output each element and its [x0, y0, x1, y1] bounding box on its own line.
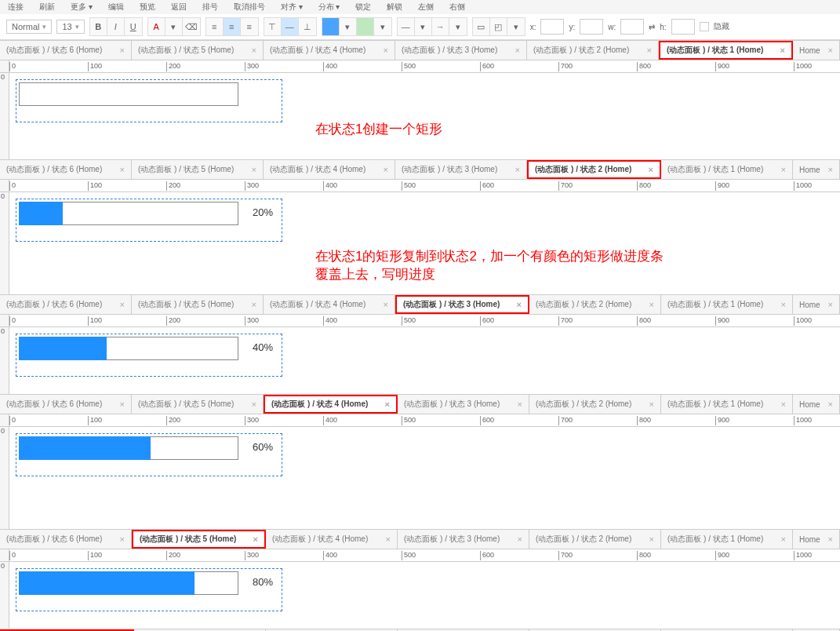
tab-state-4[interactable]: (动态面板 ) / 状态 4 (Home)× [264, 160, 395, 179]
y-input[interactable] [580, 19, 603, 35]
close-icon[interactable]: × [649, 300, 654, 309]
tab-state-4[interactable]: (动态面板 ) / 状态 4 (Home)× [266, 530, 398, 549]
close-icon[interactable]: × [515, 165, 520, 174]
close-icon[interactable]: × [120, 534, 125, 544]
tab-state-4[interactable]: (动态面板 ) / 状态 4 (Home)× [264, 395, 398, 414]
close-icon[interactable]: × [649, 534, 654, 544]
tab-home[interactable]: Home× [793, 295, 840, 314]
clear-style-button[interactable]: ⌫ [183, 18, 200, 35]
close-icon[interactable]: × [386, 534, 391, 544]
close-icon[interactable]: × [780, 46, 785, 55]
text-color-button[interactable]: A [148, 18, 165, 35]
close-icon[interactable]: × [515, 46, 520, 55]
tab-state-5[interactable]: (动态面板 ) / 状态 5 (Home)× [132, 530, 266, 549]
tab-state-2[interactable]: (动态面板 ) / 状态 2 (Home)× [527, 160, 661, 179]
tab-state-1[interactable]: (动态面板 ) / 状态 1 (Home)× [661, 160, 793, 179]
menu-item[interactable]: 预览 [140, 2, 155, 13]
tab-state-1[interactable]: (动态面板 ) / 状态 1 (Home)× [659, 41, 793, 60]
arrow-button[interactable]: → [432, 18, 449, 35]
canvas[interactable]: 在状态1创建一个矩形 [9, 73, 840, 159]
w-input[interactable] [620, 19, 644, 35]
canvas[interactable]: 20%在状态1的矩形复制到状态2，加一个有颜色的矩形做进度条覆盖上去，写明进度 [9, 192, 840, 294]
tab-state-6[interactable]: (动态面板 ) / 状态 6 (Home)× [0, 295, 132, 314]
canvas[interactable]: 60% [9, 427, 840, 529]
tab-state-3[interactable]: (动态面板 ) / 状态 3 (Home)× [398, 395, 529, 414]
style-select[interactable]: Normal [6, 20, 52, 34]
tab-state-1[interactable]: (动态面板 ) / 状态 1 (Home)× [661, 395, 793, 414]
close-icon[interactable]: × [781, 300, 786, 309]
close-icon[interactable]: × [647, 46, 652, 55]
menu-item[interactable]: 对齐 ▾ [281, 2, 303, 13]
align-center-button[interactable]: ≡ [224, 18, 241, 35]
close-icon[interactable]: × [517, 300, 522, 309]
tab-home[interactable]: Home× [793, 395, 840, 414]
close-icon[interactable]: × [518, 534, 522, 544]
close-icon[interactable]: × [120, 165, 125, 174]
tab-home[interactable]: Home× [793, 160, 840, 179]
fill-swatch-1[interactable] [322, 18, 340, 35]
close-icon[interactable]: × [828, 46, 833, 55]
close-icon[interactable]: × [384, 165, 388, 174]
tab-state-3[interactable]: (动态面板 ) / 状态 3 (Home)× [395, 295, 529, 314]
tab-state-2[interactable]: (动态面板 ) / 状态 2 (Home)× [527, 41, 659, 60]
menu-item[interactable]: 锁定 [355, 2, 371, 13]
menu-item[interactable]: 左侧 [418, 2, 434, 13]
menu-item[interactable]: 连接 [8, 2, 24, 13]
tab-state-6[interactable]: (动态面板 ) / 状态 6 (Home)× [0, 530, 132, 549]
menu-item[interactable]: 返回 [171, 2, 187, 13]
tab-state-4[interactable]: (动态面板 ) / 状态 4 (Home)× [264, 41, 395, 60]
menu-item[interactable]: 刷新 [39, 2, 55, 13]
arrow-more-button[interactable]: ▾ [449, 18, 467, 35]
menu-item[interactable]: 更多 ▾ [71, 2, 93, 13]
close-icon[interactable]: × [518, 399, 522, 409]
fill-swatch-2[interactable]: ▾ [340, 18, 357, 35]
fill-color-button[interactable]: ▾ [165, 18, 183, 35]
tab-state-2[interactable]: (动态面板 ) / 状态 2 (Home)× [529, 530, 661, 549]
tab-state-4[interactable]: (动态面板 ) / 状态 4 (Home)× [264, 295, 395, 314]
fill-swatch-more[interactable]: ▾ [374, 18, 391, 35]
tab-state-2[interactable]: (动态面板 ) / 状态 2 (Home)× [529, 295, 661, 314]
tab-state-2[interactable]: (动态面板 ) / 状态 2 (Home)× [529, 395, 661, 414]
canvas[interactable]: 40% [9, 327, 840, 394]
tab-state-5[interactable]: (动态面板 ) / 状态 5 (Home)× [132, 41, 264, 60]
close-icon[interactable]: × [828, 165, 833, 174]
border-button[interactable]: ▭ [473, 18, 490, 35]
menu-item[interactable]: 取消排号 [234, 2, 265, 13]
x-input[interactable] [540, 19, 564, 35]
progress-fill[interactable] [19, 337, 107, 360]
close-icon[interactable]: × [781, 399, 786, 409]
fill-swatch-3[interactable] [357, 18, 374, 35]
h-input[interactable] [671, 19, 695, 35]
tab-state-5[interactable]: (动态面板 ) / 状态 5 (Home)× [132, 160, 264, 179]
valign-middle-button[interactable]: ― [282, 18, 299, 35]
tab-state-1[interactable]: (动态面板 ) / 状态 1 (Home)× [661, 295, 793, 314]
tab-state-5[interactable]: (动态面板 ) / 状态 5 (Home)× [132, 395, 264, 414]
close-icon[interactable]: × [120, 300, 125, 309]
close-icon[interactable]: × [781, 534, 786, 544]
canvas[interactable]: 80% [9, 562, 840, 629]
close-icon[interactable]: × [120, 399, 125, 409]
shadow-button[interactable]: ▾ [507, 18, 525, 35]
close-icon[interactable]: × [252, 399, 256, 409]
close-icon[interactable]: × [828, 300, 833, 309]
corner-button[interactable]: ◰ [490, 18, 507, 35]
underline-button[interactable]: U [125, 18, 142, 35]
tab-state-6[interactable]: (动态面板 ) / 状态 6 (Home)× [0, 160, 132, 179]
close-icon[interactable]: × [649, 165, 653, 174]
rectangle-widget[interactable] [19, 82, 238, 106]
close-icon[interactable]: × [649, 399, 654, 409]
menu-item[interactable]: 右侧 [449, 2, 465, 13]
tab-state-3[interactable]: (动态面板 ) / 状态 3 (Home)× [395, 41, 527, 60]
menu-item[interactable]: 解锁 [387, 2, 402, 13]
close-icon[interactable]: × [252, 46, 256, 55]
link-icon[interactable]: ⇄ [649, 23, 655, 31]
close-icon[interactable]: × [781, 165, 786, 174]
tab-state-3[interactable]: (动态面板 ) / 状态 3 (Home)× [395, 160, 527, 179]
fontsize-select[interactable]: 13 [56, 20, 84, 34]
progress-fill[interactable] [19, 202, 63, 225]
tab-state-5[interactable]: (动态面板 ) / 状态 5 (Home)× [132, 295, 264, 314]
tab-home[interactable]: Home× [793, 530, 840, 549]
close-icon[interactable]: × [252, 300, 256, 309]
align-left-button[interactable]: ≡ [206, 18, 224, 35]
tab-state-3[interactable]: (动态面板 ) / 状态 3 (Home)× [398, 530, 529, 549]
